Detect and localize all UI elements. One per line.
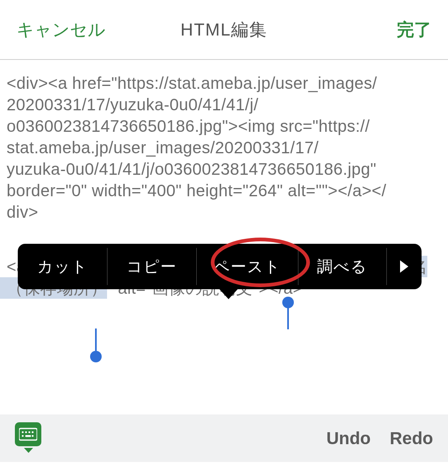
svg-point-3 xyxy=(29,431,31,433)
html-editor[interactable]: <div><a href="https://stat.ameba.jp/user… xyxy=(0,60,448,299)
page-title: HTML編集 xyxy=(181,18,267,41)
selection-handle-end[interactable] xyxy=(90,351,102,362)
svg-point-1 xyxy=(22,431,24,433)
header-bar: キャンセル HTML編集 完了 xyxy=(0,0,448,60)
selection-caret-start xyxy=(287,307,289,329)
menu-copy[interactable]: コピー xyxy=(107,244,196,289)
code-line[interactable]: border="0" width="400" height="264" alt=… xyxy=(7,181,386,200)
cancel-button[interactable]: キャンセル xyxy=(17,18,105,41)
code-line[interactable]: stat.ameba.jp/user_images/20200331/17/ xyxy=(7,138,319,157)
redo-button[interactable]: Redo xyxy=(390,428,433,448)
context-menu-tail xyxy=(219,289,238,299)
code-line[interactable]: <div><a href="https://stat.ameba.jp/user… xyxy=(7,74,377,92)
svg-point-5 xyxy=(22,435,24,437)
selection-caret-end xyxy=(95,328,97,351)
svg-point-2 xyxy=(25,431,27,433)
code-line[interactable]: 20200331/17/yuzuka-0u0/41/41/j/ xyxy=(7,95,258,114)
svg-rect-6 xyxy=(25,435,31,437)
menu-cut[interactable]: カット xyxy=(18,244,107,289)
chevron-right-icon xyxy=(399,260,410,273)
menu-paste[interactable]: ペースト xyxy=(196,244,298,289)
selection-handle-start[interactable] xyxy=(282,297,294,308)
svg-point-4 xyxy=(32,431,34,433)
menu-more[interactable] xyxy=(386,244,422,289)
bottom-toolbar: Undo Redo xyxy=(0,414,448,462)
chevron-down-icon xyxy=(24,448,33,453)
keyboard-icon xyxy=(15,422,41,446)
context-menu-bar: カット コピー ペースト 調べる xyxy=(18,244,422,289)
done-button[interactable]: 完了 xyxy=(397,18,431,41)
undo-redo-group: Undo Redo xyxy=(326,428,433,448)
code-line[interactable]: yuzuka-0u0/41/41/j/o0360023814736650186.… xyxy=(7,160,377,178)
svg-point-7 xyxy=(32,435,34,437)
menu-lookup[interactable]: 調べる xyxy=(298,244,386,289)
context-menu: カット コピー ペースト 調べる xyxy=(18,244,422,289)
svg-rect-0 xyxy=(19,428,37,440)
undo-button[interactable]: Undo xyxy=(326,428,371,448)
code-line[interactable]: o0360023814736650186.jpg"><img src="http… xyxy=(7,117,370,135)
code-block-1[interactable]: <div><a href="https://stat.ameba.jp/user… xyxy=(7,72,441,223)
code-line[interactable]: div> xyxy=(7,203,38,221)
keyboard-button[interactable] xyxy=(15,422,41,455)
